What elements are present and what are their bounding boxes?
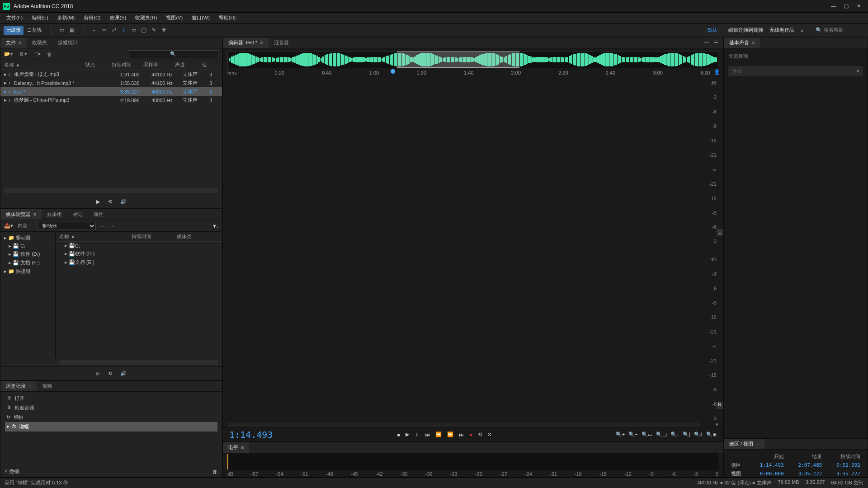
tab-properties[interactable]: 属性 (88, 209, 109, 220)
spectral-toggle-icon[interactable]: ▦ (67, 26, 76, 35)
workspace-more-icon[interactable]: » (801, 28, 803, 33)
search-input[interactable]: 搜索帮助 (824, 27, 864, 33)
media-play-icon[interactable]: ▶ (96, 371, 100, 376)
import-icon[interactable]: ⬚▾ (33, 51, 41, 57)
media-shortcut-icon[interactable]: 📥▾ (4, 223, 13, 229)
lasso-tool-icon[interactable]: ◯ (139, 26, 148, 35)
zoom-in-icon[interactable]: 🔍+ (616, 432, 625, 437)
preset-dropdown[interactable]: 预设▾ (728, 66, 863, 76)
zoom-out-point-icon[interactable]: 🔍⦀ (694, 432, 703, 437)
slip-tool-icon[interactable]: ⇄ (109, 26, 118, 35)
rewind-button[interactable]: ⏪ (435, 432, 442, 437)
waveform-scrollbar[interactable]: ▾ (227, 422, 700, 427)
history-item[interactable]: 🗎 粘贴音频 (5, 403, 217, 413)
tree-e[interactable]: ▸ 💾 文档 (E:) (2, 258, 53, 267)
content-dropdown[interactable]: 驱动器 (37, 222, 96, 230)
sel-end[interactable]: 2:07.485 (787, 461, 825, 469)
zoom-out-icon[interactable]: 🔍− (628, 432, 637, 437)
marquee-tool-icon[interactable]: ▭ (129, 26, 138, 35)
media-loop-icon[interactable]: ⟲ (108, 371, 112, 376)
menu-file[interactable]: 文件(F) (2, 13, 27, 23)
menu-edit[interactable]: 编辑(E) (27, 13, 53, 23)
overview-waveform[interactable] (227, 51, 718, 68)
forward-button[interactable]: ⏩ (447, 432, 453, 437)
tab-levels[interactable]: 电平≡ (223, 442, 249, 453)
workspace-radio[interactable]: 无线电作品 (769, 27, 794, 33)
tab-amplitude-stats[interactable]: 振幅统计 (52, 38, 83, 48)
timecode-display[interactable]: 1:14.493 (229, 429, 273, 440)
col-name[interactable]: 名称 ▲ (4, 61, 85, 68)
tab-media-browser[interactable]: 媒体浏览器≡ (0, 209, 42, 220)
zoom-in-point-icon[interactable]: 🔍| (683, 432, 690, 437)
menu-multitrack[interactable]: 多轨(M) (53, 13, 80, 23)
file-row[interactable]: ▸ ♪椎岸貴幸 - ほえ.mp31:31.40244100 Hz立体声3 (0, 70, 222, 79)
maximize-icon[interactable]: ▢ (844, 3, 849, 9)
overview-selection[interactable] (397, 52, 519, 68)
delete-icon[interactable]: 🗑 (47, 52, 52, 57)
history-item[interactable]: ▸ fx 增幅 (5, 422, 217, 432)
loop-button[interactable]: ⟲ (478, 432, 482, 437)
playhead-icon[interactable] (391, 69, 395, 74)
file-row[interactable]: ▸ ♪徐梦圆 - China-PiPa.mp34:19.89648000 Hz立… (0, 96, 222, 104)
col-channel[interactable]: 声道 (175, 61, 202, 68)
menu-view[interactable]: 视图(V) (161, 13, 187, 23)
stop-button[interactable]: ■ (397, 432, 400, 437)
pause-button[interactable]: ⏸ (415, 432, 420, 437)
col-duration[interactable]: 持续时间 (112, 61, 143, 68)
goto-start-button[interactable]: ⏮ (425, 432, 430, 437)
close-icon[interactable]: ✕ (857, 3, 861, 9)
levels-meter[interactable] (227, 453, 718, 470)
file-search-input[interactable]: 🔍 (128, 50, 218, 58)
zoom-in-v-icon[interactable]: 🔍↕ (670, 432, 679, 437)
menu-effects[interactable]: 效果(S) (105, 13, 131, 23)
tab-mixer[interactable]: 混音器 (269, 38, 294, 48)
tab-history[interactable]: 历史记录≡ (0, 381, 37, 391)
channels-icon[interactable]: ☰ (714, 40, 718, 46)
menu-help[interactable]: 帮助(H) (214, 13, 240, 23)
scrollbar-h[interactable] (4, 188, 218, 193)
nav-fwd-icon[interactable]: → (110, 223, 115, 229)
filter-icon[interactable]: ▼. (212, 223, 218, 229)
move-tool-icon[interactable]: ↔ (90, 26, 99, 35)
goto-end-button[interactable]: ⏭ (459, 432, 464, 437)
tab-effects-rack[interactable]: 效果组 (42, 209, 67, 220)
skip-selection-button[interactable]: ⤭ (487, 432, 491, 437)
mini-autoplay-icon[interactable]: 🔊 (120, 199, 127, 205)
media-autoplay-icon[interactable]: 🔊 (120, 371, 127, 376)
sel-dur[interactable]: 0:52.992 (825, 461, 863, 469)
media-row[interactable]: ▸ 💾 C: (56, 242, 222, 249)
razor-tool-icon[interactable]: ✂ (99, 26, 108, 35)
zoom-reset-icon[interactable]: 🔍⊞ (706, 432, 717, 437)
media-row[interactable]: ▸ 💾 文档 (E:) (56, 258, 222, 267)
minimize-icon[interactable]: — (831, 3, 836, 9)
record-button[interactable]: ● (469, 432, 472, 437)
spectral-pitch-icon[interactable]: 〰 (704, 40, 709, 46)
time-select-tool-icon[interactable]: I (119, 26, 128, 35)
history-item[interactable]: fx 增幅 (5, 413, 217, 422)
menu-clip[interactable]: 剪辑(C) (79, 13, 105, 23)
tab-markers[interactable]: 标记 (67, 209, 88, 220)
menu-window[interactable]: 窗口(W) (187, 13, 214, 23)
mini-loop-icon[interactable]: ⟲ (108, 199, 112, 205)
col-bit[interactable]: 位 (202, 61, 211, 68)
tree-c[interactable]: ▸ 💾 C: (2, 242, 53, 250)
file-row[interactable]: ▸ ♪test *3:35.22748000 Hz立体声3 (0, 87, 222, 96)
tab-files[interactable]: 文件≡ (0, 38, 27, 48)
mcol-name[interactable]: 名称 ▲ (59, 233, 132, 240)
mini-play-icon[interactable]: ▶ (96, 199, 100, 205)
tree-d[interactable]: ▸ 💾 软件 (D:) (2, 250, 53, 258)
open-file-icon[interactable]: 📂▾ (4, 51, 13, 57)
history-trash-icon[interactable]: 🗑 (212, 469, 217, 474)
nav-back-icon[interactable]: ← (100, 223, 105, 229)
view-multitrack-button[interactable]: ☰ 多轨 (24, 26, 44, 35)
tree-drives[interactable]: ▸ 📁 驱动器 (2, 234, 53, 242)
play-button[interactable]: ▶ (406, 432, 409, 437)
scroll-down-icon[interactable]: ▾ (716, 422, 718, 427)
mcol-duration[interactable]: 持续时间 (132, 233, 177, 240)
workspace-video[interactable]: 编辑音频到视频 (728, 27, 763, 33)
time-ruler[interactable]: hms0:200:401:001:201:402:002:202:403:003… (227, 69, 700, 77)
tab-editor[interactable]: 编辑器: test *≡ (223, 38, 269, 48)
tab-video[interactable]: 视频 (37, 381, 57, 391)
zoom-full-icon[interactable]: 🔍▭ (642, 432, 652, 437)
tab-essential-sound[interactable]: 基本声音≡ (724, 38, 760, 48)
